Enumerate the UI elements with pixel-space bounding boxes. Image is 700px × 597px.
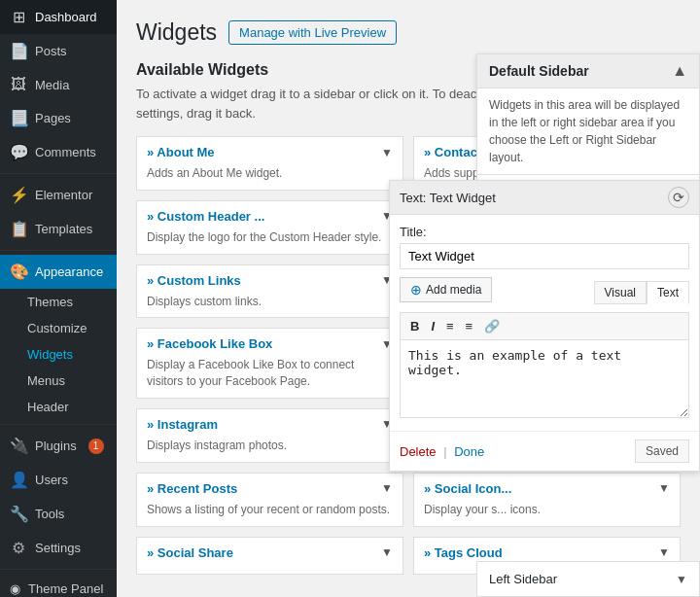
left-sidebar-select[interactable]: Left Sidebar ▼ <box>476 561 700 597</box>
link-button[interactable]: 🔗 <box>480 317 504 335</box>
manage-live-preview-button[interactable]: Manage with Live Preview <box>228 20 397 45</box>
widget-about-me-header: » About Me ▼ <box>147 145 393 159</box>
widget-instagram[interactable]: » Instagram ▼ Displays instagram photos. <box>136 408 403 463</box>
text-widget-panel: Text: Text Widget ⟳ Title: ⊕ Add media V… <box>389 180 700 472</box>
footer-links: Delete | Done <box>400 444 484 459</box>
widget-recent-posts-toggle[interactable]: ▼ <box>381 481 393 495</box>
customize-label: Customize <box>27 321 87 335</box>
sidebar-item-media[interactable]: 🖼 Media <box>0 68 117 101</box>
sidebar-item-plugins[interactable]: 🔌 Plugins 1 <box>0 429 117 463</box>
default-sidebar-collapse[interactable]: ▲ <box>672 62 687 80</box>
widget-instagram-title: » Instagram <box>147 417 218 432</box>
sidebar-item-tools[interactable]: 🔧 Tools <box>0 497 117 531</box>
widget-social-icons-desc: Display your s... icons. <box>424 502 670 518</box>
sidebar-item-templates[interactable]: 📋 Templates <box>0 212 117 246</box>
widget-facebook-title: » Facebook Like Box <box>147 336 272 351</box>
ordered-list-button[interactable]: ≡ <box>462 317 477 335</box>
editor-tabs: Visual Text <box>594 281 689 304</box>
main-content: Widgets Manage with Live Preview Availab… <box>117 0 700 597</box>
widget-social-share-toggle[interactable]: ▼ <box>381 545 393 559</box>
bold-button[interactable]: B <box>406 317 423 335</box>
sidebar-item-dashboard[interactable]: ⊞ Dashboard <box>0 0 117 34</box>
text-widget-header: Text: Text Widget ⟳ <box>390 181 699 215</box>
widget-instagram-desc: Displays instagram photos. <box>147 438 393 454</box>
menus-label: Menus <box>27 373 65 388</box>
sidebar-sub-header[interactable]: Header <box>0 394 117 420</box>
sidebar-divider-4 <box>0 569 117 570</box>
widget-tags-cloud-toggle[interactable]: ▼ <box>658 545 670 559</box>
settings-icon: ⚙ <box>10 539 27 557</box>
widget-about-me[interactable]: » About Me ▼ Adds an About Me widget. <box>136 136 403 191</box>
theme-panel-icon: ◉ <box>10 581 20 596</box>
sidebar-sub-widgets[interactable]: Widgets <box>0 341 117 368</box>
italic-button[interactable]: I <box>427 317 438 335</box>
tab-visual[interactable]: Visual <box>594 281 647 304</box>
widget-social-icons-toggle[interactable]: ▼ <box>658 481 670 495</box>
widget-custom-links-title: » Custom Links <box>147 273 241 288</box>
plugins-badge: 1 <box>88 439 104 454</box>
widget-facebook-like-box[interactable]: » Facebook Like Box ▼ Display a Facebook… <box>136 328 403 399</box>
widget-custom-header[interactable]: » Custom Header ... ▼ Display the logo f… <box>136 200 403 255</box>
sidebar-item-users[interactable]: 👤 Users <box>0 463 117 497</box>
add-media-button[interactable]: ⊕ Add media <box>400 277 492 302</box>
widget-social-share[interactable]: » Social Share ▼ <box>136 537 403 575</box>
theme-panel-label: Theme Panel <box>28 581 103 596</box>
add-media-icon: ⊕ <box>410 282 422 298</box>
default-sidebar-header: Default Sidebar ▲ <box>477 54 699 88</box>
sidebar-item-label: Pages <box>35 111 71 125</box>
widget-social-icons[interactable]: » Social Icon... ▼ Display your s... ico… <box>413 473 681 527</box>
widget-recent-posts-desc: Shows a listing of your recent or random… <box>147 502 393 518</box>
default-sidebar-desc: Widgets in this area will be displayed i… <box>477 88 699 175</box>
widget-social-share-title: » Social Share <box>147 545 233 560</box>
sidebar-item-label: Media <box>35 78 69 92</box>
sidebar-item-label: Tools <box>35 507 64 521</box>
text-editor-area[interactable]: This is an example of a text widget. <box>400 340 689 418</box>
widget-facebook-desc: Display a Facebook Like Box to connect v… <box>147 357 393 390</box>
widget-facebook-header: » Facebook Like Box ▼ <box>147 336 393 351</box>
sidebar-item-pages[interactable]: 📃 Pages <box>0 101 117 135</box>
widget-custom-links-desc: Displays custom links. <box>147 294 393 310</box>
sidebar-item-comments[interactable]: 💬 Comments <box>0 135 117 169</box>
sidebar-sub-customize[interactable]: Customize <box>0 315 117 341</box>
title-field-label: Title: <box>400 225 689 239</box>
sidebar-item-label: Appearance <box>35 264 103 279</box>
done-link[interactable]: Done <box>454 444 484 459</box>
templates-icon: 📋 <box>10 220 27 238</box>
text-widget-close-button[interactable]: ⟳ <box>668 187 689 208</box>
text-widget-body: Title: ⊕ Add media Visual Text B I ≡ ≡ 🔗… <box>390 215 699 431</box>
sidebar-sub-menus[interactable]: Menus <box>0 368 117 394</box>
sidebar-item-appearance[interactable]: 🎨 Appearance <box>0 255 117 289</box>
widget-custom-header-desc: Display the logo for the Custom Header s… <box>147 229 393 246</box>
tools-icon: 🔧 <box>10 505 27 523</box>
widget-custom-links[interactable]: » Custom Links ▼ Displays custom links. <box>136 264 403 319</box>
comments-icon: 💬 <box>10 143 27 161</box>
elementor-icon: ⚡ <box>10 186 27 204</box>
widget-social-share-header: » Social Share ▼ <box>147 545 393 560</box>
text-widget-title: Text: Text Widget <box>400 191 496 205</box>
sidebar-item-label: Templates <box>35 222 92 236</box>
widget-instagram-header: » Instagram ▼ <box>147 417 393 432</box>
widget-custom-links-header: » Custom Links ▼ <box>147 273 393 288</box>
default-sidebar-title: Default Sidebar <box>489 63 589 79</box>
sidebar-theme-panel[interactable]: ◉ Theme Panel <box>0 574 117 597</box>
page-title: Widgets <box>136 19 217 46</box>
sidebar-sub-themes[interactable]: Themes <box>0 289 117 315</box>
left-sidebar-arrow: ▼ <box>676 573 687 586</box>
widget-tags-cloud-title: » Tags Cloud <box>424 545 503 560</box>
widget-recent-posts[interactable]: » Recent Posts ▼ Shows a listing of your… <box>136 473 403 527</box>
add-media-label: Add media <box>426 283 481 297</box>
title-input[interactable] <box>400 243 689 269</box>
widget-social-icons-title: » Social Icon... <box>424 481 511 496</box>
left-sidebar-label: Left Sidebar <box>489 572 557 586</box>
unordered-list-button[interactable]: ≡ <box>442 317 458 335</box>
widget-about-me-toggle[interactable]: ▼ <box>381 146 393 159</box>
sidebar-divider-3 <box>0 424 117 425</box>
sidebar-item-label: Comments <box>35 145 96 159</box>
delete-link[interactable]: Delete <box>400 444 437 459</box>
posts-icon: 📄 <box>10 42 27 60</box>
sidebar-item-elementor[interactable]: ⚡ Elementor <box>0 178 117 212</box>
sidebar-item-label: Plugins <box>35 439 77 453</box>
sidebar-item-settings[interactable]: ⚙ Settings <box>0 531 117 565</box>
sidebar-item-posts[interactable]: 📄 Posts <box>0 34 117 68</box>
tab-text[interactable]: Text <box>647 281 689 304</box>
